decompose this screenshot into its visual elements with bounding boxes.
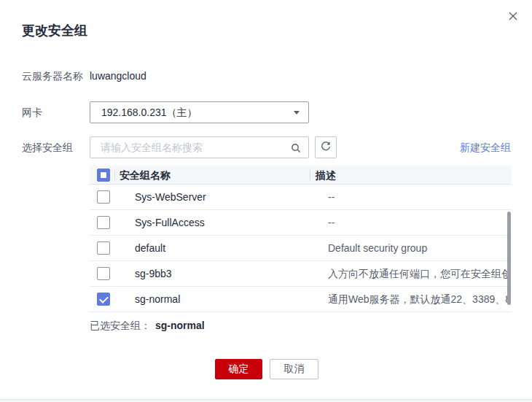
table-scrollbar-thumb[interactable] [507, 212, 511, 305]
close-button[interactable] [506, 10, 520, 23]
dialog-title: 更改安全组 [22, 22, 87, 39]
column-header-description: 描述 [316, 166, 336, 185]
sg-description: -- [328, 185, 507, 210]
create-security-group-link[interactable]: 新建安全组 [460, 136, 511, 158]
table-row[interactable]: Sys-WebServer -- [90, 185, 512, 210]
change-security-group-dialog: 更改安全组 云服务器名称 luwangcloud 网卡 192.168.0.23… [0, 0, 532, 402]
sg-description: 入方向不放通任何端口，您可在安全组创建... [328, 261, 507, 287]
refresh-icon [320, 141, 332, 155]
row-checkbox[interactable] [97, 267, 110, 280]
row-checkbox[interactable] [97, 190, 110, 204]
server-name-label: 云服务器名称 [22, 69, 83, 83]
nic-select[interactable]: 192.168.0.231（主） [90, 101, 309, 123]
sg-name: Sys-WebServer [135, 185, 206, 210]
security-group-table: 安全组名称 描述 Sys-WebServer -- Sys-FullAccess… [90, 166, 512, 312]
row-checkbox[interactable] [97, 241, 110, 255]
sg-name: sg-normal [135, 287, 180, 312]
sg-name: sg-9bb3 [135, 261, 172, 287]
nic-select-value: 192.168.0.231（主） [101, 102, 197, 123]
sg-name: default [135, 236, 165, 261]
header-column-divider [114, 170, 115, 180]
sg-description: 通用Web服务器，默认放通22、3389、80、... [328, 287, 507, 312]
table-row[interactable]: sg-9bb3 入方向不放通任何端口，您可在安全组创建... [90, 261, 512, 287]
table-header-row: 安全组名称 描述 [90, 166, 512, 185]
table-row[interactable]: sg-normal 通用Web服务器，默认放通22、3389、80、... [90, 287, 512, 312]
chevron-down-icon [294, 111, 300, 115]
column-header-name: 安全组名称 [120, 166, 171, 185]
confirm-button[interactable]: 确定 [215, 359, 262, 379]
sg-description: -- [328, 210, 507, 236]
header-column-divider [310, 170, 310, 180]
select-sg-label: 选择安全组 [22, 136, 73, 158]
sg-name: Sys-FullAccess [135, 210, 205, 236]
select-all-checkbox[interactable] [97, 169, 110, 182]
selected-sg-line: 已选安全组：sg-normal [90, 319, 205, 332]
table-row[interactable]: Sys-FullAccess -- [90, 210, 512, 236]
search-icon[interactable] [290, 142, 302, 156]
selected-sg-value: sg-normal [155, 320, 205, 331]
sg-search-box [90, 136, 309, 158]
dialog-bottom-edge [0, 399, 532, 402]
nic-label: 网卡 [22, 101, 42, 123]
refresh-button[interactable] [315, 136, 337, 158]
row-checkbox[interactable] [97, 216, 110, 229]
selected-sg-label: 已选安全组： [90, 320, 151, 331]
cancel-button[interactable]: 取消 [270, 359, 318, 379]
close-icon [508, 11, 518, 23]
table-row[interactable]: default Default security group [90, 236, 512, 261]
sg-search-input[interactable] [90, 137, 308, 158]
row-checkbox[interactable] [97, 293, 110, 306]
server-name-value: luwangcloud [90, 69, 146, 83]
sg-description: Default security group [328, 236, 507, 261]
